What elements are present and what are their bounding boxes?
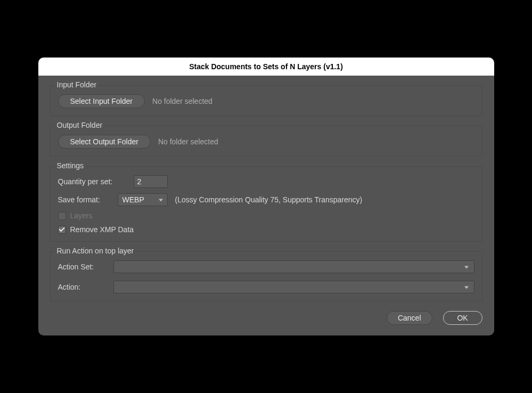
dialog-window: Stack Documents to Sets of N Layers (v1.… bbox=[38, 58, 494, 335]
layers-checkbox-label: Layers bbox=[70, 211, 93, 220]
select-input-folder-button[interactable]: Select Input Folder bbox=[58, 94, 145, 108]
output-folder-status: No folder selected bbox=[158, 137, 218, 146]
select-output-folder-button[interactable]: Select Output Folder bbox=[58, 135, 151, 149]
action-select[interactable] bbox=[113, 281, 474, 293]
input-folder-group: Input Folder Select Input Folder No fold… bbox=[50, 85, 482, 116]
dialog-title: Stack Documents to Sets of N Layers (v1.… bbox=[189, 62, 343, 71]
output-folder-legend: Output Folder bbox=[55, 121, 105, 129]
dialog-footer: Cancel OK bbox=[50, 311, 482, 325]
action-set-select[interactable] bbox=[113, 260, 474, 273]
cancel-button[interactable]: Cancel bbox=[387, 311, 432, 325]
run-action-legend: Run Action on top layer bbox=[55, 247, 136, 255]
remove-xmp-checkbox[interactable] bbox=[58, 226, 66, 234]
format-label: Save format: bbox=[58, 195, 110, 204]
input-folder-status: No folder selected bbox=[152, 97, 212, 105]
quantity-label: Quantity per set: bbox=[58, 177, 126, 186]
action-set-label: Action Set: bbox=[58, 263, 106, 271]
remove-xmp-label: Remove XMP Data bbox=[70, 225, 134, 234]
action-label: Action: bbox=[58, 283, 106, 291]
quantity-input[interactable] bbox=[134, 175, 168, 188]
ok-button[interactable]: OK bbox=[443, 311, 482, 325]
input-folder-legend: Input Folder bbox=[55, 80, 99, 89]
settings-legend: Settings bbox=[55, 161, 86, 170]
output-folder-group: Output Folder Select Output Folder No fo… bbox=[50, 126, 482, 157]
layers-checkbox bbox=[58, 212, 66, 220]
format-select[interactable]: WEBP bbox=[118, 193, 168, 206]
titlebar: Stack Documents to Sets of N Layers (v1.… bbox=[38, 58, 494, 76]
dialog-content: Input Folder Select Input Folder No fold… bbox=[38, 76, 494, 335]
format-hint: (Lossy Compression Quality 75, Supports … bbox=[175, 195, 363, 204]
settings-group: Settings Quantity per set: Save format: … bbox=[50, 166, 482, 242]
run-action-group: Run Action on top layer Action Set: Acti… bbox=[50, 251, 482, 301]
